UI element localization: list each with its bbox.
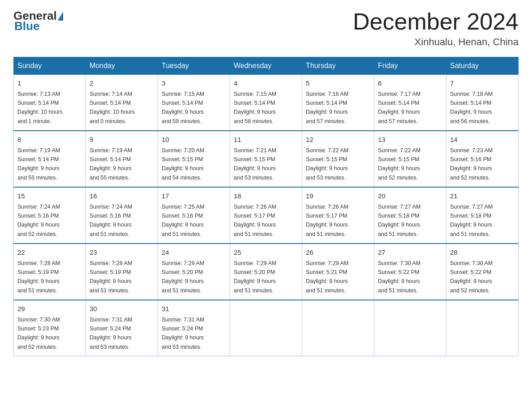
day-info: Sunrise: 7:19 AMSunset: 5:14 PMDaylight:… (17, 147, 60, 181)
calendar-cell: 29 Sunrise: 7:30 AMSunset: 5:23 PMDaylig… (14, 300, 86, 356)
calendar-cell: 9 Sunrise: 7:19 AMSunset: 5:14 PMDayligh… (86, 131, 158, 187)
day-info: Sunrise: 7:31 AMSunset: 5:24 PMDaylight:… (90, 317, 132, 350)
day-info: Sunrise: 7:24 AMSunset: 5:16 PMDaylight:… (17, 204, 60, 237)
calendar-cell: 19 Sunrise: 7:26 AMSunset: 5:17 PMDaylig… (302, 187, 374, 244)
day-info: Sunrise: 7:14 AMSunset: 5:14 PMDaylight:… (90, 91, 135, 124)
calendar-cell (230, 300, 302, 356)
col-wednesday: Wednesday (230, 57, 302, 75)
day-info: Sunrise: 7:30 AMSunset: 5:22 PMDaylight:… (378, 260, 420, 294)
day-info: Sunrise: 7:17 AMSunset: 5:14 PMDaylight:… (378, 91, 420, 124)
day-info: Sunrise: 7:30 AMSunset: 5:23 PMDaylight:… (17, 317, 60, 350)
day-info: Sunrise: 7:30 AMSunset: 5:22 PMDaylight:… (450, 260, 493, 294)
calendar-cell: 1 Sunrise: 7:13 AMSunset: 5:14 PMDayligh… (14, 75, 86, 131)
day-info: Sunrise: 7:22 AMSunset: 5:15 PMDaylight:… (306, 147, 348, 181)
calendar-cell: 5 Sunrise: 7:16 AMSunset: 5:14 PMDayligh… (302, 75, 374, 131)
calendar-cell: 14 Sunrise: 7:23 AMSunset: 5:16 PMDaylig… (446, 131, 519, 187)
day-number: 20 (378, 191, 442, 201)
day-info: Sunrise: 7:26 AMSunset: 5:17 PMDaylight:… (234, 204, 276, 237)
col-sunday: Sunday (14, 57, 86, 75)
day-info: Sunrise: 7:26 AMSunset: 5:17 PMDaylight:… (306, 204, 348, 237)
calendar-cell: 23 Sunrise: 7:28 AMSunset: 5:19 PMDaylig… (86, 244, 158, 300)
logo-triangle-icon (58, 12, 63, 21)
calendar-week-3: 15 Sunrise: 7:24 AMSunset: 5:16 PMDaylig… (14, 187, 519, 244)
calendar-week-1: 1 Sunrise: 7:13 AMSunset: 5:14 PMDayligh… (14, 75, 519, 131)
calendar-cell: 24 Sunrise: 7:29 AMSunset: 5:20 PMDaylig… (158, 244, 230, 300)
col-friday: Friday (374, 57, 446, 75)
day-info: Sunrise: 7:23 AMSunset: 5:16 PMDaylight:… (450, 147, 493, 181)
calendar-cell: 31 Sunrise: 7:31 AMSunset: 5:24 PMDaylig… (158, 300, 230, 356)
calendar-cell: 20 Sunrise: 7:27 AMSunset: 5:18 PMDaylig… (374, 187, 446, 244)
day-number: 17 (162, 191, 226, 201)
calendar-cell: 2 Sunrise: 7:14 AMSunset: 5:14 PMDayligh… (86, 75, 158, 131)
day-number: 5 (306, 78, 370, 89)
day-info: Sunrise: 7:21 AMSunset: 5:15 PMDaylight:… (234, 147, 276, 181)
calendar-cell: 6 Sunrise: 7:17 AMSunset: 5:14 PMDayligh… (374, 75, 446, 131)
day-info: Sunrise: 7:15 AMSunset: 5:14 PMDaylight:… (162, 91, 204, 124)
calendar-cell (446, 300, 519, 356)
day-info: Sunrise: 7:29 AMSunset: 5:21 PMDaylight:… (306, 260, 348, 294)
calendar-cell: 12 Sunrise: 7:22 AMSunset: 5:15 PMDaylig… (302, 131, 374, 187)
day-info: Sunrise: 7:16 AMSunset: 5:14 PMDaylight:… (306, 91, 348, 124)
calendar-cell (374, 300, 446, 356)
day-number: 1 (17, 78, 82, 89)
page-header: General Blue December 2024 Xinhualu, Hen… (13, 9, 519, 48)
calendar-cell: 16 Sunrise: 7:24 AMSunset: 5:16 PMDaylig… (86, 187, 158, 244)
day-number: 29 (17, 304, 82, 314)
day-number: 28 (450, 248, 515, 258)
day-number: 14 (450, 135, 515, 145)
calendar-cell: 30 Sunrise: 7:31 AMSunset: 5:24 PMDaylig… (86, 300, 158, 356)
calendar-cell: 17 Sunrise: 7:25 AMSunset: 5:16 PMDaylig… (158, 187, 230, 244)
calendar-cell: 7 Sunrise: 7:18 AMSunset: 5:14 PMDayligh… (446, 75, 519, 131)
calendar-cell: 27 Sunrise: 7:30 AMSunset: 5:22 PMDaylig… (374, 244, 446, 300)
day-number: 16 (90, 191, 154, 201)
day-info: Sunrise: 7:28 AMSunset: 5:19 PMDaylight:… (90, 260, 132, 294)
day-number: 24 (162, 248, 226, 258)
day-number: 7 (450, 78, 515, 89)
calendar-table: Sunday Monday Tuesday Wednesday Thursday… (13, 57, 519, 356)
day-number: 23 (90, 248, 154, 258)
day-info: Sunrise: 7:29 AMSunset: 5:20 PMDaylight:… (162, 260, 204, 294)
calendar-week-5: 29 Sunrise: 7:30 AMSunset: 5:23 PMDaylig… (14, 300, 519, 356)
calendar-cell: 26 Sunrise: 7:29 AMSunset: 5:21 PMDaylig… (302, 244, 374, 300)
calendar-cell: 8 Sunrise: 7:19 AMSunset: 5:14 PMDayligh… (14, 131, 86, 187)
day-info: Sunrise: 7:29 AMSunset: 5:20 PMDaylight:… (234, 260, 276, 294)
day-info: Sunrise: 7:28 AMSunset: 5:19 PMDaylight:… (17, 260, 60, 294)
calendar-cell: 22 Sunrise: 7:28 AMSunset: 5:19 PMDaylig… (14, 244, 86, 300)
day-number: 9 (90, 135, 154, 145)
day-info: Sunrise: 7:24 AMSunset: 5:16 PMDaylight:… (90, 204, 132, 237)
day-number: 31 (162, 304, 226, 314)
calendar-cell: 11 Sunrise: 7:21 AMSunset: 5:15 PMDaylig… (230, 131, 302, 187)
calendar-cell: 4 Sunrise: 7:15 AMSunset: 5:14 PMDayligh… (230, 75, 302, 131)
day-info: Sunrise: 7:27 AMSunset: 5:18 PMDaylight:… (378, 204, 420, 237)
title-block: December 2024 Xinhualu, Henan, China (353, 9, 519, 48)
calendar-week-4: 22 Sunrise: 7:28 AMSunset: 5:19 PMDaylig… (14, 244, 519, 300)
day-number: 13 (378, 135, 442, 145)
calendar-header-row: Sunday Monday Tuesday Wednesday Thursday… (14, 57, 519, 75)
day-info: Sunrise: 7:13 AMSunset: 5:14 PMDaylight:… (17, 91, 63, 124)
day-number: 3 (162, 78, 226, 89)
day-number: 26 (306, 248, 370, 258)
calendar-cell: 15 Sunrise: 7:24 AMSunset: 5:16 PMDaylig… (14, 187, 86, 244)
day-number: 15 (17, 191, 82, 201)
day-number: 10 (162, 135, 226, 145)
col-monday: Monday (86, 57, 158, 75)
day-number: 4 (234, 78, 298, 89)
calendar-cell: 25 Sunrise: 7:29 AMSunset: 5:20 PMDaylig… (230, 244, 302, 300)
day-number: 8 (17, 135, 82, 145)
calendar-cell: 3 Sunrise: 7:15 AMSunset: 5:14 PMDayligh… (158, 75, 230, 131)
day-info: Sunrise: 7:19 AMSunset: 5:14 PMDaylight:… (90, 147, 132, 181)
day-number: 19 (306, 191, 370, 201)
day-info: Sunrise: 7:18 AMSunset: 5:14 PMDaylight:… (450, 91, 493, 124)
col-tuesday: Tuesday (158, 57, 230, 75)
day-info: Sunrise: 7:22 AMSunset: 5:15 PMDaylight:… (378, 147, 420, 181)
day-number: 22 (17, 248, 82, 258)
calendar-cell (302, 300, 374, 356)
day-number: 6 (378, 78, 442, 89)
logo-blue-text: Blue (14, 19, 39, 33)
day-info: Sunrise: 7:15 AMSunset: 5:14 PMDaylight:… (234, 91, 276, 124)
month-title: December 2024 (353, 9, 519, 34)
day-number: 18 (234, 191, 298, 201)
day-info: Sunrise: 7:25 AMSunset: 5:16 PMDaylight:… (162, 204, 204, 237)
logo: General Blue (13, 9, 64, 33)
calendar-cell: 21 Sunrise: 7:27 AMSunset: 5:18 PMDaylig… (446, 187, 519, 244)
